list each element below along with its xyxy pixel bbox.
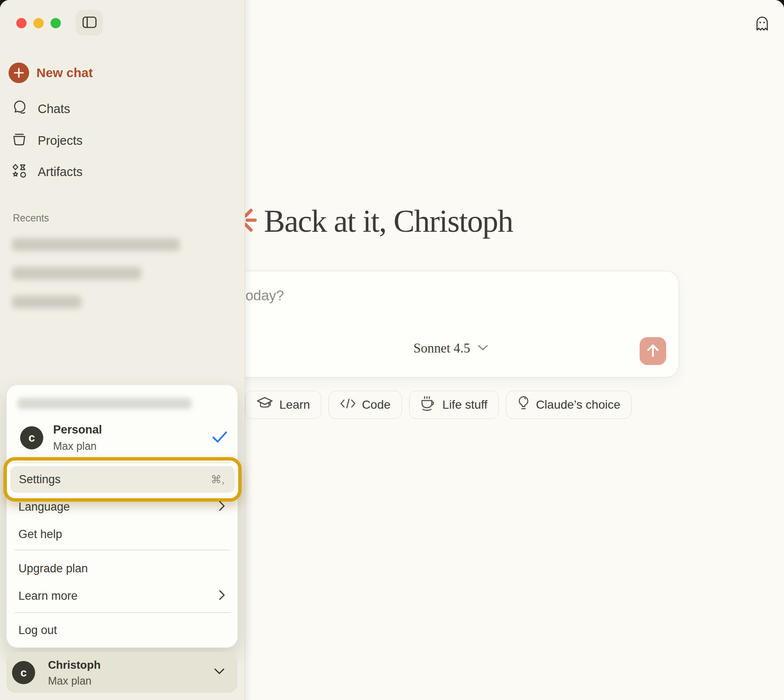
checkmark-icon [212,430,228,446]
settings-highlight-ring: Settings ⌘, [3,457,242,502]
lightbulb-icon [517,396,530,414]
menu-item-label: Learn more [18,589,78,603]
chip-learn[interactable]: Learn [245,391,321,419]
sidebar-item-artifacts[interactable]: Artifacts [12,163,83,180]
plus-icon [9,63,29,83]
menu-item-label: Get help [18,528,62,541]
recent-chat-blurred[interactable] [12,238,180,251]
new-chat-label: New chat [36,66,93,80]
sidebar-item-label: Projects [38,134,83,148]
recent-chat-blurred[interactable] [12,296,81,308]
chip-label: Claude’s choice [536,398,620,412]
keyboard-shortcut: ⌘, [211,473,224,486]
menu-item-label: Upgrade plan [18,562,88,575]
sidebar-item-label: Artifacts [38,165,83,179]
recents-heading: Recents [13,212,49,224]
chevron-right-icon [218,589,226,602]
new-chat-button[interactable]: New chat [9,63,93,83]
recent-chat-blurred[interactable] [12,267,141,280]
user-profile-button[interactable]: c Christoph Max plan [6,652,237,693]
coffee-cup-icon [420,396,437,414]
avatar: c [20,426,43,449]
account-menu: c Personal Max plan Settings ⌘, Language [6,385,238,648]
graduation-cap-icon [256,396,273,414]
menu-item-get-help[interactable]: Get help [18,525,226,544]
chevron-down-icon [214,667,225,677]
app-window: Back at it, Christoph oday? Sonnet 4.5 [0,0,784,700]
menu-item-log-out[interactable]: Log out [18,621,226,640]
menu-item-language[interactable]: Language [18,497,226,516]
sidebar-panel-icon [82,16,97,30]
menu-divider [15,612,230,613]
workspace-name-blurred [18,398,192,409]
sidebar-item-label: Chats [38,102,70,116]
chevron-down-icon [477,344,489,353]
arrow-up-icon [646,343,660,359]
sidebar-toggle-button[interactable] [76,10,103,36]
shapes-icon [12,163,27,180]
sidebar-item-projects[interactable]: Projects [12,132,83,149]
suggestion-chips: Learn Code [245,391,631,419]
chip-code[interactable]: Code [329,391,402,419]
menu-item-learn-more[interactable]: Learn more [18,586,226,605]
account-name: Personal [53,423,102,437]
user-plan: Max plan [48,675,91,687]
chip-label: Life stuff [443,398,488,412]
model-selector-label: Sonnet 4.5 [413,341,470,356]
sidebar-item-chats[interactable]: Chats [12,100,70,117]
menu-item-upgrade-plan[interactable]: Upgrade plan [18,559,226,578]
avatar: c [12,661,35,684]
ghost-icon [754,14,770,32]
traffic-light-zoom[interactable] [51,18,61,28]
chip-claudes-choice[interactable]: Claude’s choice [506,391,631,419]
account-plan: Max plan [53,440,96,452]
model-selector[interactable]: Sonnet 4.5 [413,341,489,356]
traffic-light-close[interactable] [16,18,27,28]
menu-divider [15,550,230,550]
chip-life-stuff[interactable]: Life stuff [409,391,499,419]
user-name: Christoph [48,658,101,672]
menu-item-label: Language [18,500,70,514]
menu-item-label: Log out [18,624,57,637]
send-button[interactable] [640,337,666,365]
chat-bubbles-icon [12,100,27,117]
box-icon [12,132,27,149]
composer-placeholder: oday? [245,287,284,304]
chevron-right-icon [218,500,226,513]
menu-item-label: Settings [19,473,61,486]
chip-label: Code [362,398,391,412]
traffic-light-minimize[interactable] [33,18,44,28]
chip-label: Learn [279,398,310,412]
code-icon [340,397,356,413]
menu-item-settings[interactable]: Settings ⌘, [10,466,235,493]
greeting-heading: Back at it, Christoph [264,203,513,239]
menu-divider [15,462,230,463]
